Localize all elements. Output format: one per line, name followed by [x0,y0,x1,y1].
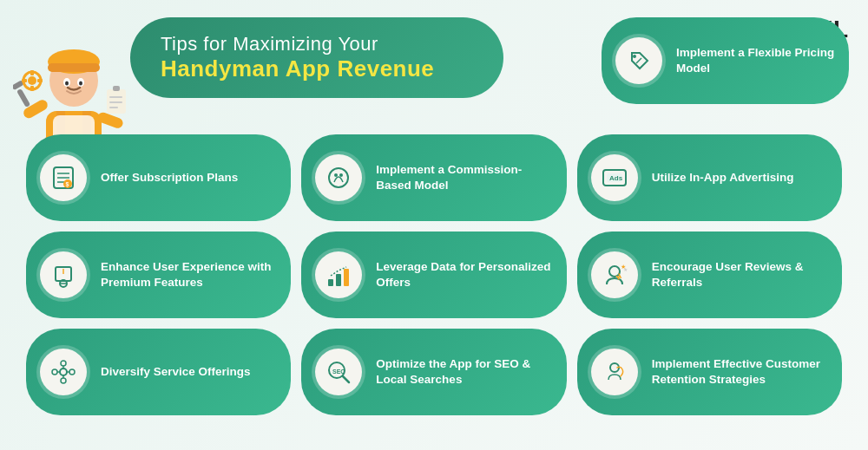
data-icon [315,251,362,298]
svg-rect-19 [113,86,120,91]
svg-point-13 [79,81,82,85]
svg-rect-25 [30,70,34,75]
svg-rect-46 [336,274,341,286]
retention-icon [591,349,638,395]
svg-rect-28 [37,79,43,82]
svg-point-52 [61,361,66,366]
svg-point-54 [52,369,57,375]
card-seo-label: Optimize the App for SEO & Local Searche… [376,356,552,388]
ads-icon-wrap: Ads [588,151,641,205]
commission-icon-wrap [312,151,365,205]
svg-rect-26 [30,86,34,91]
header-section: Tips for Maximizing Your Handyman App Re… [130,17,564,98]
card-reviews-label: Encourage User Reviews & Referrals [652,259,828,290]
card-ads: Ads Utilize In-App Advertising [577,134,842,221]
svg-point-24 [28,76,36,85]
diversify-icon-wrap [36,345,90,399]
subscription-icon: $ [40,154,87,201]
top-right-card-label: Implement a Flexible Pricing Model [676,45,835,76]
svg-point-29 [633,55,636,58]
svg-rect-21 [109,101,122,103]
card-subscription: $ Offer Subscription Plans [26,134,291,221]
svg-point-48 [609,266,620,277]
background: 7XL [0,0,868,450]
svg-rect-27 [22,79,27,82]
subscription-icon-wrap: $ [36,151,90,205]
price-tag-icon [615,37,662,84]
card-subscription-label: Offer Subscription Plans [101,170,277,186]
svg-point-53 [61,378,66,383]
svg-text:★: ★ [623,267,628,272]
cards-grid: $ Offer Subscription Plans Implement a [17,126,851,424]
reviews-icon-wrap: ★ ★ [588,248,641,302]
premium-icon-wrap [36,248,90,302]
card-data: Leverage Data for Personalized Offers [301,232,566,318]
card-data-label: Leverage Data for Personalized Offers [376,259,552,290]
seo-icon-wrap: SEO [312,345,365,399]
premium-icon [40,251,87,298]
card-premium: Enhance User Experience with Premium Fea… [26,232,291,318]
svg-rect-15 [16,88,30,108]
price-tag-icon-wrap [612,34,666,88]
card-retention: Implement Effective Customer Retention S… [577,329,842,415]
retention-icon-wrap [588,345,641,399]
svg-point-12 [65,81,69,85]
svg-point-36 [329,168,348,187]
card-retention-label: Implement Effective Customer Retention S… [652,356,828,388]
header-bubble: Tips for Maximizing Your Handyman App Re… [130,17,503,98]
reviews-icon: ★ ★ [591,251,638,298]
svg-point-55 [69,369,75,375]
card-premium-label: Enhance User Experience with Premium Fea… [101,259,277,290]
svg-rect-45 [328,279,333,286]
header-line2: Handyman App Revenue [161,55,473,82]
card-commission: Implement a Commission-Based Model [301,134,566,221]
card-commission-label: Implement a Commission-Based Model [376,162,552,193]
svg-point-37 [334,173,338,177]
seo-icon: SEO [315,349,362,395]
svg-point-51 [60,368,67,375]
top-right-card: Implement a Flexible Pricing Model [602,17,849,104]
header-line1: Tips for Maximizing Your [161,33,473,55]
card-reviews: ★ ★ Encourage User Reviews & Referrals [577,232,842,318]
svg-text:Ads: Ads [609,174,623,182]
diversify-icon [40,349,87,395]
svg-rect-20 [109,96,122,98]
card-diversify: Diversify Service Offerings [26,329,291,415]
card-seo: SEO Optimize the App for SEO & Local Sea… [301,329,566,415]
data-icon-wrap [312,248,365,302]
svg-point-38 [339,173,343,177]
svg-text:SEO: SEO [332,368,345,375]
card-ads-label: Utilize In-App Advertising [652,170,828,186]
svg-text:$: $ [66,181,69,188]
commission-icon [315,154,362,201]
ads-icon: Ads [591,154,638,201]
svg-rect-47 [344,269,349,286]
svg-line-62 [343,376,349,382]
card-diversify-label: Diversify Service Offerings [101,364,277,380]
svg-rect-22 [109,107,118,108]
svg-rect-9 [48,63,100,72]
